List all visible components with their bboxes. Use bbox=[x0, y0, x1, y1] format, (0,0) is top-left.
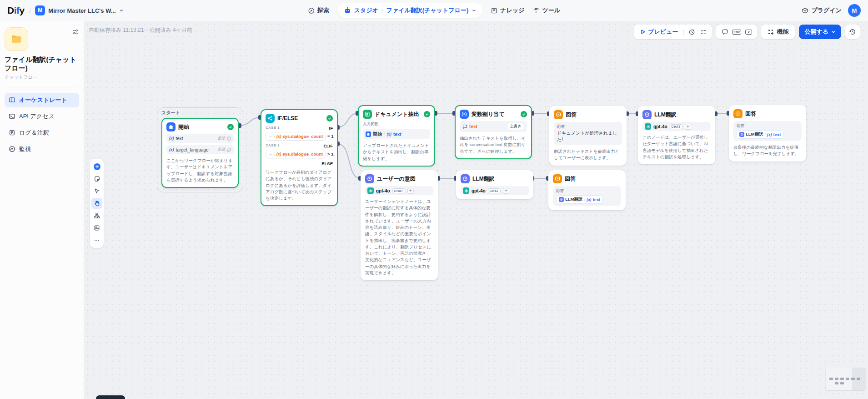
llm-icon bbox=[461, 174, 470, 183]
annotation-icon bbox=[722, 29, 728, 35]
node-llm-translate[interactable]: LLM翻訳 gpt-4o CHAT このノードは、ユーザーが選択したターゲット言… bbox=[638, 106, 715, 164]
node-start[interactable]: 開始 (x) text 必須 (x) target_language 必須 ここ… bbox=[161, 118, 239, 188]
env-variables-button[interactable]: ENV bbox=[731, 26, 743, 38]
node-ifelse[interactable]: IF/ELSE CASE 1 IF ··· / (x) sys.dialogue… bbox=[261, 109, 338, 206]
answer-reply-box: 応答 ドキュメントが処理されました! bbox=[554, 122, 622, 145]
document-extract-icon bbox=[363, 110, 372, 119]
doc-extract-input-variable[interactable]: 開始 / (x) text bbox=[363, 129, 430, 139]
bottom-toolbar-partial[interactable] bbox=[96, 395, 125, 399]
run-timer-icon bbox=[688, 29, 695, 35]
user-avatar[interactable]: M bbox=[848, 4, 861, 17]
llm-icon bbox=[559, 197, 564, 202]
workspace-selector[interactable]: M Mirror Master LLC's W... bbox=[35, 5, 123, 15]
node-answer-doc[interactable]: 回答 応答 ドキュメントが処理されました! 翻訳されたテキストを最終出力としてユ… bbox=[549, 106, 627, 166]
model-selector[interactable]: gpt-4o CHAT bbox=[642, 122, 711, 131]
sys-variable-icon: (x) bbox=[276, 134, 281, 139]
paragraph-field-icon bbox=[227, 136, 231, 141]
add-node-button[interactable] bbox=[91, 161, 102, 172]
start-field-target-language[interactable]: (x) target_language 必須 bbox=[166, 145, 234, 154]
version-history-button[interactable] bbox=[845, 25, 860, 39]
answer-icon bbox=[553, 174, 562, 183]
node-variable-assigner[interactable]: 変数割り当て text 上書き 抽出されたテキストを取得し、それを conver… bbox=[455, 105, 532, 159]
sys-variable-icon: (x) bbox=[276, 152, 281, 157]
sticky-note-icon bbox=[94, 176, 100, 182]
monitoring-icon bbox=[9, 146, 15, 152]
preview-button[interactable]: プレビュー bbox=[637, 28, 682, 36]
chevron-down-icon bbox=[119, 8, 124, 13]
workspace-avatar: M bbox=[35, 5, 45, 15]
image-icon bbox=[94, 225, 100, 231]
model-selector[interactable]: gpt-4o CHAT bbox=[365, 186, 433, 195]
llm-icon bbox=[365, 174, 374, 183]
publish-button[interactable]: 公開する bbox=[799, 25, 841, 39]
overwrite-badge: 上書き bbox=[507, 123, 524, 130]
openai-logo-icon bbox=[463, 187, 469, 194]
app-icon-tile[interactable] bbox=[5, 27, 28, 51]
main-nav: 探索 スタジオ / ファイル翻訳(チャットフロー) ナレッジ ツール bbox=[308, 3, 560, 18]
answer-reply-box: 応答 LLM翻訳 / (x) text bbox=[733, 121, 802, 141]
success-check-icon bbox=[521, 111, 527, 117]
run-timer-button[interactable] bbox=[686, 26, 697, 38]
organize-nodes-button[interactable] bbox=[91, 210, 102, 221]
model-selector[interactable]: gpt-4o CHAT bbox=[461, 186, 529, 195]
studio-breadcrumb-pill[interactable]: スタジオ / ファイル翻訳(チャットフロー) bbox=[337, 3, 483, 18]
dify-logo[interactable]: Dify bbox=[7, 5, 25, 16]
variables-inspect-button[interactable]: x bbox=[743, 26, 754, 38]
chat-mode-badge: CHAT bbox=[392, 188, 405, 193]
top-header: Dify / M Mirror Master LLC's W... 探索 スタジ… bbox=[0, 0, 868, 21]
history-icon bbox=[849, 28, 856, 35]
variable-icon: (x) bbox=[387, 132, 391, 136]
breadcrumb-app-name[interactable]: ファイル翻訳(チャットフロー) bbox=[386, 6, 469, 15]
sidebar-item-api-access[interactable]: API アクセス bbox=[5, 109, 79, 124]
variable-icon: (x) bbox=[767, 132, 772, 137]
home-icon bbox=[366, 131, 371, 137]
model-config-icon bbox=[503, 188, 509, 194]
ellipsis-icon bbox=[94, 237, 100, 243]
nav-explore[interactable]: 探索 bbox=[308, 6, 329, 15]
nav-studio[interactable]: スタジオ bbox=[354, 6, 378, 15]
condition-1[interactable]: ··· / (x) sys.dialogue_count bbox=[266, 132, 326, 141]
node-user-intent[interactable]: ユーザーの意図 gpt-4o CHAT ユーザーインテントノードは、ユーザーの翻… bbox=[361, 170, 438, 280]
home-icon bbox=[166, 122, 176, 131]
divider bbox=[683, 29, 684, 35]
app-settings-icon[interactable] bbox=[72, 28, 79, 35]
add-note-button[interactable] bbox=[91, 173, 102, 184]
sidebar-item-orchestrate[interactable]: オーケストレート bbox=[5, 93, 79, 107]
node-answer-refined[interactable]: 回答 応答 LLM翻訳 / (x) text bbox=[548, 170, 626, 210]
start-field-text[interactable]: (x) text 必須 bbox=[166, 134, 234, 143]
nav-plugins[interactable]: プラグイン bbox=[802, 6, 842, 15]
workspace-name: Mirror Master LLC's W... bbox=[48, 7, 115, 14]
hand-mode-button[interactable] bbox=[91, 198, 102, 209]
select-field-icon bbox=[227, 148, 231, 152]
features-button[interactable]: 機能 bbox=[764, 28, 792, 36]
sidebar: ファイル翻訳(チャットフロー) チャットフロー オーケストレート API アクセ… bbox=[0, 21, 84, 399]
more-options-button[interactable] bbox=[91, 235, 102, 246]
plus-circle-icon bbox=[93, 163, 101, 171]
referenced-variable-pill[interactable]: LLM翻訳 / (x) text bbox=[556, 195, 603, 204]
node-doc-extractor[interactable]: ドキュメント抽出 入力変数 開始 / (x) text アップロードされたドキュ… bbox=[358, 105, 435, 167]
node-answer-final[interactable]: 回答 応答 LLM翻訳 / (x) text 改良後の最終的な翻訳出力を提供し、… bbox=[729, 105, 806, 162]
assigned-variable[interactable]: text 上書き bbox=[460, 121, 527, 132]
chevron-down-icon[interactable] bbox=[472, 8, 476, 13]
app-title: ファイル翻訳(チャットフロー) bbox=[5, 56, 79, 73]
nav-tools[interactable]: ツール bbox=[533, 6, 561, 15]
pointer-mode-button[interactable] bbox=[91, 186, 102, 197]
checklist-button[interactable] bbox=[697, 26, 709, 38]
features-pill: 機能 bbox=[761, 25, 795, 39]
sidebar-item-logs-annotations[interactable]: ログ＆注釈 bbox=[5, 126, 79, 140]
nav-knowledge[interactable]: ナレッジ bbox=[491, 6, 524, 15]
answer-icon bbox=[733, 109, 743, 118]
condition-2[interactable]: ··· / (x) sys.dialogue_count bbox=[266, 150, 326, 158]
openai-logo-icon bbox=[645, 123, 651, 130]
env-icon: ENV bbox=[732, 30, 741, 35]
variable-x-icon: x bbox=[745, 30, 752, 35]
sidebar-item-monitoring[interactable]: 監視 bbox=[5, 142, 79, 157]
model-config-icon bbox=[407, 188, 414, 194]
referenced-variable-pill[interactable]: LLM翻訳 / (x) text bbox=[737, 130, 783, 139]
annotation-button[interactable] bbox=[719, 26, 731, 38]
canvas-minimap[interactable] bbox=[826, 368, 866, 390]
export-image-button[interactable] bbox=[91, 222, 102, 233]
workflow-canvas[interactable]: 自動保存済み 11:13:21・公開済み 4ヶ月前 プレビュー bbox=[84, 21, 868, 399]
node-llm-refine[interactable]: LLM翻訳 gpt-4o CHAT bbox=[456, 170, 533, 199]
app-type-label: チャットフロー bbox=[5, 74, 79, 81]
